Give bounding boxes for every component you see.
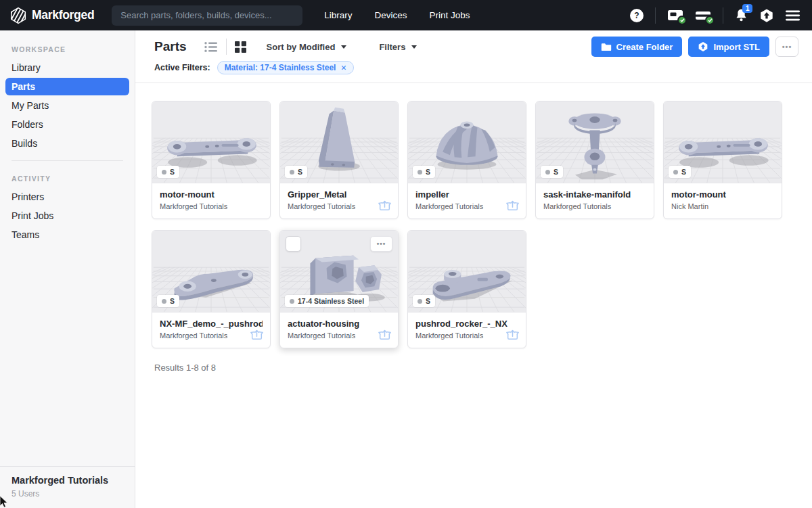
part-owner: Nick Martin: [671, 202, 774, 210]
part-name: pushrod_rocker_-_NX: [415, 319, 518, 329]
part-select-checkbox[interactable]: [286, 236, 301, 252]
sort-label: Sort by Modified: [267, 42, 336, 52]
part-name: sask-intake-manifold: [543, 189, 646, 200]
material-dot-icon: [673, 170, 678, 175]
filter-chip-material[interactable]: Material: 17-4 Stainless Steel ✕: [217, 61, 355, 74]
part-owner: Markforged Tutorials: [415, 331, 518, 340]
nav-link-print-jobs[interactable]: Print Jobs: [430, 10, 470, 20]
material-badge-text: S: [426, 168, 430, 176]
chevron-down-icon: [411, 45, 417, 49]
part-thumbnail[interactable]: S: [152, 101, 270, 183]
part-card[interactable]: S sask-intake-manifold Markforged Tutori…: [535, 101, 654, 219]
part-thumbnail[interactable]: S: [664, 101, 782, 183]
part-card[interactable]: S NX-MF_demo_-_pushrod_... Markforged Tu…: [152, 230, 271, 348]
part-card[interactable]: S impeller Markforged Tutorials: [407, 101, 526, 219]
filter-chip-close-icon[interactable]: ✕: [340, 64, 346, 72]
part-owner: Markforged Tutorials: [160, 331, 263, 340]
sort-dropdown[interactable]: Sort by Modified: [267, 42, 347, 52]
filter-chip-text: Material: 17-4 Stainless Steel: [225, 63, 336, 72]
part-card-footer: motor-mount Markforged Tutorials: [152, 183, 270, 218]
part-card[interactable]: ••• 17-4 Stainless Steel actuator-housin…: [279, 230, 399, 348]
parts-grid: S motor-mount Markforged Tutorials S Gri…: [135, 83, 812, 348]
sidebar-item-builds[interactable]: Builds: [5, 135, 129, 152]
import-hexagon-icon: [698, 41, 708, 52]
help-icon[interactable]: ?: [630, 9, 644, 22]
shared-part-icon: [378, 328, 392, 343]
shared-part-icon: [250, 328, 264, 343]
material-badge-text: 17-4 Stainless Steel: [298, 297, 364, 305]
part-name: motor-mount: [671, 189, 774, 200]
material-badge: S: [157, 295, 179, 307]
part-owner: Markforged Tutorials: [160, 202, 263, 210]
part-owner: Markforged Tutorials: [415, 202, 518, 210]
part-thumbnail[interactable]: ••• 17-4 Stainless Steel: [280, 231, 398, 313]
more-options-button[interactable]: •••: [775, 37, 798, 57]
parts-toolbar: Parts Sort by Mod: [135, 30, 812, 60]
hamburger-menu-icon[interactable]: [786, 10, 800, 21]
part-thumbnail[interactable]: S: [152, 231, 270, 313]
material-dot-icon: [545, 170, 550, 175]
part-card[interactable]: S pushrod_rocker_-_NX Markforged Tutoria…: [407, 230, 526, 348]
part-card-footer: actuator-housing Markforged Tutorials: [280, 313, 398, 348]
part-card-footer: NX-MF_demo_-_pushrod_... Markforged Tuto…: [152, 313, 270, 348]
mouse-cursor: [0, 496, 9, 508]
sidebar-item-my-parts[interactable]: My Parts: [5, 97, 129, 114]
material-dot-icon: [162, 299, 166, 304]
notifications-bell-icon[interactable]: 1: [735, 8, 748, 22]
material-dot-icon: [162, 170, 166, 175]
printer2-status-icon[interactable]: [695, 8, 711, 23]
material-badge: S: [157, 166, 179, 178]
part-card-footer: sask-intake-manifold Markforged Tutorial…: [536, 183, 654, 218]
part-name: actuator-housing: [288, 319, 390, 329]
part-card-footer: pushrod_rocker_-_NX Markforged Tutorials: [408, 313, 526, 348]
sidebar-sections: WORKSPACELibraryPartsMy PartsFoldersBuil…: [0, 40, 135, 245]
filters-label: Filters: [379, 42, 405, 52]
material-badge-text: S: [554, 168, 558, 176]
material-badge-text: S: [170, 297, 175, 305]
sidebar-item-printers[interactable]: Printers: [5, 188, 129, 206]
part-card[interactable]: S Gripper_Metal Markforged Tutorials: [279, 101, 399, 219]
nav-link-devices[interactable]: Devices: [375, 10, 407, 20]
workspace-name[interactable]: Markforged Tutorials: [12, 475, 123, 486]
part-name: impeller: [415, 189, 518, 200]
part-name: Gripper_Metal: [288, 189, 390, 200]
filters-dropdown[interactable]: Filters: [379, 42, 417, 52]
results-count: Results 1-8 of 8: [135, 348, 812, 387]
material-dot-icon: [418, 170, 422, 175]
sidebar: WORKSPACELibraryPartsMy PartsFoldersBuil…: [0, 30, 135, 508]
material-dot-icon: [418, 299, 422, 304]
part-thumbnail[interactable]: S: [536, 101, 654, 183]
part-thumbnail[interactable]: S: [408, 231, 526, 313]
nav-link-library[interactable]: Library: [324, 10, 352, 20]
create-folder-button[interactable]: Create Folder: [591, 37, 683, 57]
markforged-logo[interactable]: Markforged: [9, 7, 94, 24]
sidebar-item-folders[interactable]: Folders: [5, 116, 129, 133]
part-thumbnail[interactable]: S: [280, 101, 398, 183]
brand-name: Markforged: [32, 8, 94, 22]
hexagon-upload-icon[interactable]: [759, 8, 774, 23]
grid-view-icon[interactable]: [235, 41, 246, 53]
sidebar-item-library[interactable]: Library: [5, 59, 129, 76]
part-card-footer: impeller Markforged Tutorials: [408, 183, 526, 218]
sidebar-item-print-jobs[interactable]: Print Jobs: [5, 207, 129, 225]
sidebar-item-parts[interactable]: Parts: [5, 78, 129, 95]
part-card[interactable]: S motor-mount Nick Martin: [663, 101, 782, 219]
chevron-down-icon: [341, 45, 346, 49]
active-filters-label: Active Filters:: [154, 63, 210, 72]
part-menu-button[interactable]: •••: [370, 236, 392, 252]
printer-status-icon[interactable]: [667, 8, 683, 23]
part-card-footer: motor-mount Nick Martin: [664, 183, 782, 218]
part-name: motor-mount: [160, 189, 263, 200]
view-toggle-divider: [226, 39, 227, 55]
search-input[interactable]: [112, 5, 302, 26]
sidebar-section-label: ACTIVITY: [0, 169, 135, 187]
sidebar-item-teams[interactable]: Teams: [5, 226, 129, 244]
material-badge-text: S: [681, 168, 686, 176]
material-badge: 17-4 Stainless Steel: [285, 295, 369, 307]
import-stl-button[interactable]: Import STL: [688, 37, 769, 57]
list-view-icon[interactable]: [204, 41, 218, 53]
part-thumbnail[interactable]: S: [408, 101, 526, 183]
material-badge: S: [413, 166, 435, 178]
part-owner: Markforged Tutorials: [543, 202, 646, 210]
part-card[interactable]: S motor-mount Markforged Tutorials: [152, 101, 271, 219]
